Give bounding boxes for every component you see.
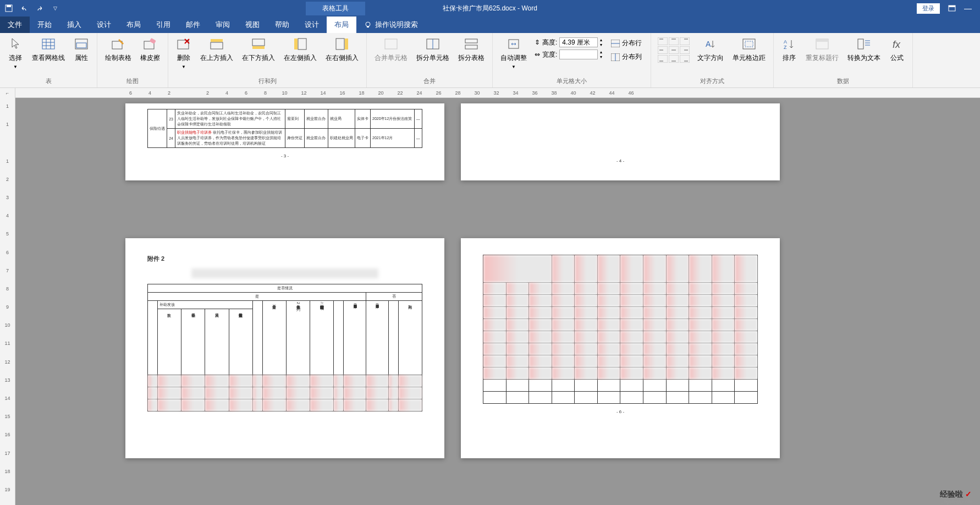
width-input[interactable] [559, 50, 598, 59]
tell-me-search[interactable]: 操作说明搜索 [356, 17, 426, 33]
tab-table-design[interactable]: 设计 [297, 17, 327, 33]
save-icon[interactable] [4, 4, 13, 13]
svg-rect-18 [211, 39, 223, 42]
svg-rect-55 [745, 41, 753, 47]
insert-left-button[interactable]: 在左侧插入 [280, 35, 320, 64]
tab-layout[interactable]: 布局 [119, 17, 148, 33]
page-number: - 6 - [483, 409, 758, 414]
split-cells-icon [425, 36, 441, 52]
select-button[interactable]: 选择▼ [4, 35, 26, 70]
insert-left-icon [293, 36, 308, 52]
delete-button[interactable]: 删除▼ [173, 35, 195, 70]
autofit-button[interactable]: 自动调整▼ [497, 35, 530, 70]
pencil-table-icon [111, 36, 126, 52]
tab-home[interactable]: 开始 [30, 17, 59, 33]
svg-text:fx: fx [893, 39, 901, 50]
distribute-rows-button[interactable]: 分布行 [609, 37, 644, 49]
sort-icon: AZ [781, 36, 797, 52]
svg-rect-37 [669, 37, 679, 45]
svg-rect-35 [658, 37, 668, 45]
insert-below-button[interactable]: 在下方插入 [239, 35, 278, 64]
svg-rect-3 [949, 6, 955, 7]
insert-above-button[interactable]: 在上方插入 [197, 35, 236, 64]
svg-rect-59 [816, 39, 828, 42]
svg-rect-11 [75, 39, 87, 49]
grid-icon [41, 36, 56, 52]
tab-table-layout[interactable]: 布局 [327, 17, 356, 33]
distribute-cols-button[interactable]: 分布列 [609, 51, 644, 63]
svg-rect-6 [42, 39, 54, 49]
align-grid[interactable] [658, 37, 690, 45]
tab-review[interactable]: 审阅 [208, 17, 238, 33]
tab-mailings[interactable]: 邮件 [178, 17, 208, 33]
vertical-ruler[interactable]: 1112345678910111213141516171819 [0, 98, 15, 505]
group-data-label: 数据 [778, 76, 908, 86]
tab-design[interactable]: 设计 [89, 17, 119, 33]
cell-margins-button[interactable]: 单元格边距 [729, 35, 769, 64]
document-page-3[interactable]: 保险待遇23失业补助金，农民合同制工人临时生活补助金，农民合同制工人临时生活补助… [125, 103, 444, 180]
svg-rect-17 [211, 42, 223, 49]
formula-icon: fx [889, 36, 905, 52]
repeat-header-icon [814, 36, 830, 52]
svg-text:A: A [706, 40, 711, 48]
text-direction-button[interactable]: A文字方向 [694, 35, 727, 64]
draw-table-button[interactable]: 绘制表格 [102, 35, 135, 64]
document-page-6[interactable]: - 6 - [461, 238, 780, 458]
document-canvas[interactable]: 保险待遇23失业补助金，农民合同制工人临时生活补助金，农民合同制工人临时生活补助… [15, 98, 980, 505]
tab-view[interactable]: 视图 [238, 17, 267, 33]
eraser-button[interactable]: 橡皮擦 [137, 35, 163, 64]
ruler-corner: ⌐ [0, 88, 15, 98]
group-merge-label: 合并 [371, 76, 488, 86]
split-table-button[interactable]: 拆分表格 [455, 35, 488, 64]
tab-help[interactable]: 帮助 [267, 17, 297, 33]
document-page-4[interactable]: - 4 - [461, 103, 780, 180]
ribbon-display-icon[interactable] [948, 4, 956, 12]
align-grid-mid[interactable] [658, 46, 690, 54]
spinner-icon[interactable]: ▴▾ [600, 37, 602, 47]
sort-button[interactable]: AZ排序 [778, 35, 800, 64]
group-cellsize-label: 单元格大小 [497, 76, 646, 86]
view-gridlines-button[interactable]: 查看网格线 [29, 35, 68, 64]
svg-point-4 [366, 22, 370, 26]
eraser-icon [142, 36, 158, 52]
svg-rect-23 [336, 39, 344, 50]
qat-dropdown-icon[interactable]: ▽ [51, 4, 59, 13]
tab-insert[interactable]: 插入 [59, 17, 89, 33]
group-draw-label: 绘图 [102, 76, 163, 86]
dist-rows-icon [611, 40, 620, 47]
svg-text:Z: Z [784, 45, 787, 50]
group-align-label: 对齐方式 [656, 76, 769, 86]
tab-file[interactable]: 文件 [0, 17, 30, 33]
text-dir-icon: A [703, 36, 718, 52]
formula-button[interactable]: fx公式 [886, 35, 908, 64]
convert-icon [856, 36, 872, 52]
insert-right-button[interactable]: 在右侧插入 [322, 35, 362, 64]
tab-references[interactable]: 引用 [148, 17, 178, 33]
table-row[interactable]: 保险待遇23失业补助金，农民合同制工人临时生活补助金，农民合同制工人临时生活补助… [148, 109, 422, 129]
svg-rect-12 [76, 43, 86, 48]
split-cells-button[interactable]: 拆分单元格 [413, 35, 453, 64]
watermark: 经验啦 ✓ [940, 489, 972, 499]
spinner-icon[interactable]: ▴▾ [600, 50, 602, 59]
redo-icon[interactable] [35, 4, 44, 13]
align-grid-bot[interactable] [658, 55, 690, 63]
svg-rect-60 [858, 39, 863, 49]
svg-rect-24 [345, 39, 348, 50]
login-button[interactable]: 登录 [917, 3, 940, 14]
repeat-header-button: 重复标题行 [802, 35, 842, 64]
document-page-5[interactable]: 附件 2 是否情况 是否 补助发放 是否业务 具体业务第2列 补缴应缴金数（金额… [125, 238, 444, 458]
table-row[interactable]: 24职业技能电子培训券 依托电子社保卡，面向参加职业技能培训人员发放电子培训券，… [148, 129, 422, 148]
properties-button[interactable]: 属性 [70, 35, 92, 64]
convert-text-button[interactable]: 转换为文本 [844, 35, 884, 64]
svg-rect-39 [680, 37, 690, 45]
horizontal-ruler[interactable]: ⌐ 64224681012141618202224262830323436384… [0, 88, 980, 98]
minimize-icon[interactable]: — [964, 4, 972, 13]
insert-below-icon [251, 36, 266, 52]
split-table-icon [464, 36, 479, 52]
svg-rect-54 [743, 39, 755, 49]
context-tab-label: 表格工具 [306, 2, 365, 15]
cursor-icon [8, 36, 23, 52]
merge-icon [383, 36, 399, 52]
height-input[interactable] [559, 37, 598, 47]
undo-icon[interactable] [20, 4, 29, 13]
